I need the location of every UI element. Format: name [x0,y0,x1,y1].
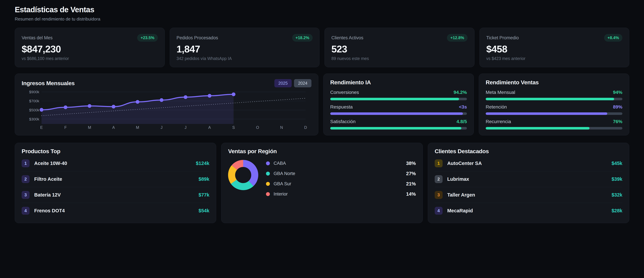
progress-metric: Recurrencia 76% [486,119,622,129]
list-item: 3 Batería 12V $77k [22,187,209,203]
kpi-subtext: vs $686,100 mes anterior [22,56,158,61]
kpi-card: Pedidos Procesados +18.2% 1,847 342 pedi… [170,28,320,67]
rank-badge: 1 [22,159,30,167]
top-products-title: Productos Top [22,148,209,155]
progress-track [330,112,467,115]
kpi-label: Ventas del Mes [22,35,53,41]
item-value: $124k [196,161,210,166]
kpi-subtext: 342 pedidos vía WhatsApp IA [176,56,313,61]
kpi-trend-badge: +12.8% [447,34,468,42]
item-value: $28k [612,208,622,213]
list-item: 1 Aceite 10W-40 $124k [22,156,209,171]
svg-text:N: N [280,125,283,130]
page-title: Estadísticas de Ventas [15,5,629,14]
legend-item: Interior 14% [266,191,416,197]
svg-text:S: S [232,125,235,130]
sales-performance-card: Rendimiento Ventas Meta Mensual 94% Rete… [479,74,629,135]
legend-color-dot [266,172,270,176]
kpi-card: Clientes Activos +12.8% 523 89 nuevos es… [324,28,474,67]
monthly-revenue-line-chart: $900k$700k$500k$300kEFMAMJJASOND [22,89,312,131]
svg-text:D: D [304,125,307,130]
progress-fill [486,127,590,129]
list-item: 2 Lubrimax $39k [435,171,622,187]
bottom-row: Productos Top 1 Aceite 10W-40 $124k 2 Fi… [15,143,629,223]
legend-color-dot [266,182,270,186]
monthly-revenue-header: Ingresos Mensuales 2025 2024 [22,79,312,87]
kpi-subtext: 89 nuevos este mes [332,56,468,61]
legend-color-dot [266,192,270,196]
progress-metric-label: Recurrencia [486,119,511,124]
kpi-card-top: Clientes Activos +12.8% [332,34,468,42]
legend-label: Interior [274,192,288,197]
legend-item: GBA Norte 27% [266,171,416,176]
progress-metric: Satisfacción 4.8/5 [330,119,467,129]
legend-item: CABA 38% [266,161,416,166]
legend-label: GBA Norte [274,171,295,176]
progress-track [486,112,622,115]
svg-text:J: J [185,125,187,130]
legend-value: 14% [406,191,416,197]
kpi-trend-badge: +23.5% [137,34,158,42]
progress-track [330,127,467,129]
item-name: Frenos DOT4 [34,208,65,213]
item-value: $54k [198,208,210,213]
top-products-card: Productos Top 1 Aceite 10W-40 $124k 2 Fi… [15,143,216,223]
progress-metric-label: Respuesta [330,104,353,110]
kpi-value: 523 [332,43,468,55]
item-name: Lubrimax [447,176,469,182]
svg-text:$300k: $300k [29,117,40,121]
kpi-card-top: Pedidos Procesados +18.2% [176,34,313,42]
progress-metric-value: <3s [459,104,467,110]
top-clients-title: Clientes Destacados [435,148,622,155]
dashboard-page: Estadísticas de Ventas Resumen del rendi… [0,0,644,223]
rank-badge: 1 [435,159,442,167]
sales-performance-title: Rendimiento Ventas [486,79,622,86]
rank-badge: 3 [435,191,442,199]
progress-metric-value: 94% [613,90,622,95]
page-subtitle: Resumen del rendimiento de tu distribuid… [15,17,629,22]
kpi-value: $458 [486,43,622,55]
progress-metric: Retención 89% [486,104,622,115]
progress-metric-header: Conversiones 94.2% [330,90,467,95]
svg-text:$700k: $700k [29,99,40,103]
kpi-trend-badge: +18.2% [292,34,312,42]
list-item: 1 AutoCenter SA $45k [435,156,622,171]
progress-metric-label: Satisfacción [330,119,356,124]
region-sales-body: CABA 38% GBA Norte 27% GBA Sur 21% Inter… [228,160,416,202]
kpi-value: 1,847 [176,43,313,55]
monthly-revenue-title: Ingresos Mensuales [22,80,75,86]
region-sales-title: Ventas por Región [228,148,416,155]
year-2025-button[interactable]: 2025 [274,79,292,87]
item-name: AutoCenter SA [447,161,482,166]
progress-metric-label: Meta Mensual [486,90,515,95]
progress-metric-value: 89% [613,104,622,110]
item-name: Filtro Aceite [34,176,62,182]
item-value: $39k [612,176,622,182]
svg-text:$500k: $500k [29,108,40,112]
rank-badge: 4 [22,207,30,215]
item-name: MecaRapid [447,208,473,213]
legend-label: CABA [274,161,286,166]
progress-metric-label: Retención [486,104,507,110]
svg-text:$900k: $900k [29,90,40,94]
progress-metric-label: Conversiones [330,90,359,95]
progress-track [486,127,622,129]
item-name: Batería 12V [34,192,61,198]
list-item: 4 MecaRapid $28k [435,203,622,219]
top-products-list: 1 Aceite 10W-40 $124k 2 Filtro Aceite $8… [22,156,209,219]
kpi-card: Ticket Promedio +8.4% $458 vs $423 mes a… [480,28,630,67]
svg-text:A: A [112,125,115,130]
year-2024-button[interactable]: 2024 [294,79,312,87]
progress-fill [330,112,463,115]
progress-metric-value: 94.2% [454,90,467,95]
item-value: $77k [198,192,210,198]
kpi-card: Ventas del Mes +23.5% $847,230 vs $686,1… [15,28,165,67]
region-sales-card: Ventas por Región CABA 38% GBA Norte 27%… [221,143,422,223]
legend-label: GBA Sur [274,181,291,186]
kpi-label: Pedidos Procesados [176,35,218,41]
kpi-value: $847,230 [22,43,158,55]
progress-fill [486,98,614,100]
progress-metric-value: 4.8/5 [456,119,467,124]
item-value: $32k [612,192,622,198]
progress-metric-header: Retención 89% [486,104,622,110]
